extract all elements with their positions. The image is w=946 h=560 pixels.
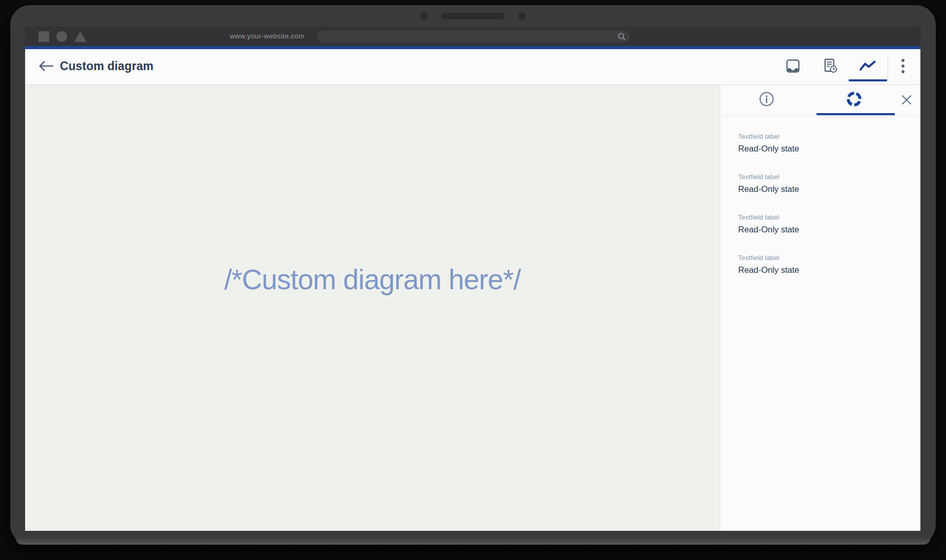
tray-panel-icon <box>785 58 801 76</box>
textfield-value: Read-Only state <box>738 184 905 194</box>
device-top-bezel <box>10 5 936 27</box>
search-input[interactable] <box>317 31 630 42</box>
camera-dot-left <box>420 12 428 20</box>
circle-window-control-icon[interactable] <box>56 31 67 42</box>
tray-panel-button[interactable] <box>774 49 811 84</box>
textfield-label: Textfield label <box>738 133 905 140</box>
active-tab-underline <box>816 113 895 115</box>
content-area: /*Custom diagram here*/ <box>25 85 920 531</box>
back-arrow-icon <box>37 59 55 75</box>
header-actions <box>774 49 916 84</box>
diagram-placeholder-text: /*Custom diagram here*/ <box>25 263 720 296</box>
textfield-group: Textfield label Read-Only state <box>738 173 905 194</box>
trend-chart-icon <box>858 59 877 75</box>
speaker-grille <box>441 13 505 19</box>
browser-bar: www.your-website.com <box>25 27 920 46</box>
screen: www.your-website.com Cust <box>25 27 920 531</box>
sidebar-tab-donut-chart[interactable] <box>813 85 895 115</box>
camera-dot-right <box>518 12 526 20</box>
sidebar-tabs <box>720 85 920 116</box>
sidebar-tab-info[interactable] <box>720 85 813 115</box>
textfield-label: Textfield label <box>738 254 905 262</box>
search-icon <box>617 32 626 43</box>
app-header: Custom diagram <box>25 49 920 85</box>
device-frame: www.your-website.com Cust <box>10 5 936 545</box>
header-divider <box>888 56 888 78</box>
textfield-value: Read-Only state <box>738 225 905 234</box>
textfield-value: Read-Only state <box>738 144 905 154</box>
page-title: Custom diagram <box>60 59 154 73</box>
diagram-canvas[interactable]: /*Custom diagram here*/ <box>25 85 720 531</box>
textfield-label: Textfield label <box>738 173 905 181</box>
readonly-fields: Textfield label Read-Only state Textfiel… <box>720 116 920 294</box>
triangle-window-control-icon[interactable] <box>74 31 87 42</box>
donut-chart-icon <box>846 91 863 110</box>
report-history-button[interactable] <box>811 49 849 84</box>
square-window-control-icon[interactable] <box>38 31 49 42</box>
sidebar-close-button[interactable] <box>899 93 914 109</box>
report-history-icon <box>822 58 838 76</box>
kebab-menu-button[interactable] <box>890 49 916 84</box>
textfield-label: Textfield label <box>738 213 905 221</box>
window-controls <box>38 31 87 42</box>
textfield-group: Textfield label Read-Only state <box>738 133 905 154</box>
textfield-group: Textfield label Read-Only state <box>738 254 905 275</box>
kebab-menu-icon <box>901 58 905 76</box>
back-button[interactable] <box>36 60 56 74</box>
textfield-group: Textfield label Read-Only state <box>738 213 905 234</box>
info-icon <box>759 91 775 109</box>
textfield-value: Read-Only state <box>738 265 905 275</box>
properties-sidebar: Textfield label Read-Only state Textfiel… <box>720 85 920 531</box>
trend-chart-button[interactable] <box>849 49 886 84</box>
close-icon <box>900 94 913 108</box>
address-url: www.your-website.com <box>199 32 305 40</box>
